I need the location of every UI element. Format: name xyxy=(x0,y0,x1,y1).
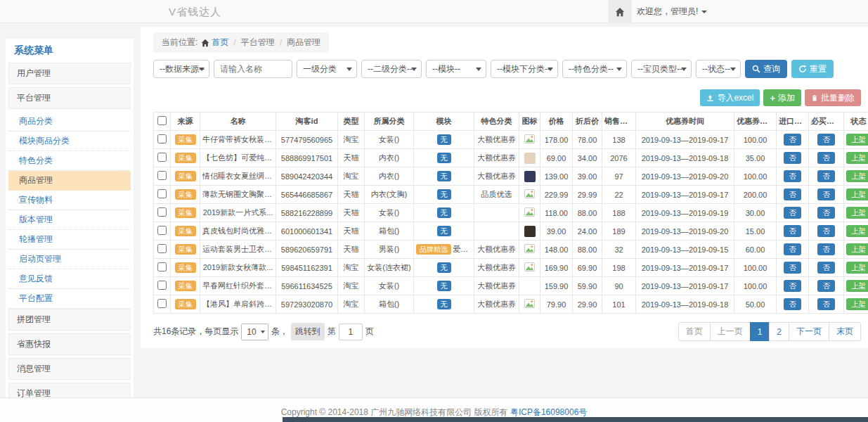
import-pick-toggle[interactable]: 否 xyxy=(784,225,801,238)
row-checkbox[interactable] xyxy=(157,171,167,180)
search-icon xyxy=(752,65,760,73)
cell-checkbox xyxy=(154,204,171,222)
import-excel-button[interactable]: 导入excel xyxy=(700,89,760,106)
row-checkbox[interactable] xyxy=(157,207,167,217)
import-pick-toggle[interactable]: 否 xyxy=(784,243,801,256)
filter-data-source-select[interactable]: --数据来源-- xyxy=(153,60,209,78)
sidebar-item-特色分类[interactable]: 特色分类 xyxy=(8,151,131,171)
filter-item-type-select[interactable]: --宝贝类型-- xyxy=(631,60,692,78)
must-buy-toggle[interactable]: 否 xyxy=(817,225,835,238)
cell-name: 早春网红针织外套女春... xyxy=(200,277,276,295)
batch-delete-button[interactable]: 批量删除 xyxy=(805,89,861,106)
must-buy-toggle[interactable]: 否 xyxy=(817,262,835,274)
sidebar-item-平台管理[interactable]: 平台管理 xyxy=(8,87,131,109)
jump-to-button[interactable]: 跳转到 xyxy=(291,323,325,340)
sidebar-item-用户管理[interactable]: 用户管理 xyxy=(8,63,131,84)
status-button[interactable]: 上架 xyxy=(846,207,868,219)
filter-status-select[interactable]: --状态-- xyxy=(696,60,741,78)
home-button[interactable] xyxy=(608,0,632,23)
status-button[interactable]: 上架 xyxy=(846,152,868,165)
cell-category: 男装() xyxy=(365,241,414,259)
cell-coupon-amount: 30.00 xyxy=(734,204,777,222)
must-buy-toggle[interactable]: 否 xyxy=(817,134,835,146)
must-buy-toggle[interactable]: 否 xyxy=(817,280,835,293)
page-size-select[interactable]: 10 xyxy=(241,324,268,340)
cell-status: 上架 xyxy=(844,149,868,167)
status-button[interactable]: 上架 xyxy=(846,243,868,256)
icp-link[interactable]: 粤ICP备16098006号 xyxy=(510,407,587,417)
import-pick-toggle[interactable]: 否 xyxy=(784,170,801,183)
sidebar-item-平台配置[interactable]: 平台配置 xyxy=(8,289,131,309)
status-button[interactable]: 上架 xyxy=(846,225,868,238)
row-checkbox[interactable] xyxy=(157,244,167,253)
status-button[interactable]: 上架 xyxy=(846,170,868,183)
cell-price: 148.00 xyxy=(540,241,573,259)
filter-feature-category-select[interactable]: --特色分类-- xyxy=(562,60,627,78)
must-buy-toggle[interactable]: 否 xyxy=(817,152,835,165)
status-button[interactable]: 上架 xyxy=(846,298,868,311)
page-number-input[interactable] xyxy=(339,324,363,340)
cell-type: 天猫 xyxy=(338,204,365,222)
sidebar-item-轮播管理[interactable]: 轮播管理 xyxy=(8,230,131,250)
sidebar-item-消息管理[interactable]: 消息管理 xyxy=(8,358,131,380)
sidebar-item-商品分类[interactable]: 商品分类 xyxy=(8,112,131,132)
sidebar-item-商品管理[interactable]: 商品管理 xyxy=(8,171,131,191)
page-button-下一页[interactable]: 下一页 xyxy=(789,322,829,341)
page-button-首页[interactable]: 首页 xyxy=(678,322,711,341)
page-button-1[interactable]: 1 xyxy=(750,322,770,341)
status-button[interactable]: 上架 xyxy=(846,262,868,274)
status-button[interactable]: 上架 xyxy=(846,188,868,201)
cell-feature: 品质优选 xyxy=(474,186,519,204)
cell-icon xyxy=(519,149,540,167)
search-button[interactable]: 查询 xyxy=(745,60,787,78)
must-buy-toggle[interactable]: 否 xyxy=(817,170,835,183)
import-pick-toggle[interactable]: 否 xyxy=(784,152,801,165)
filter-module-select[interactable]: --模块-- xyxy=(426,60,486,78)
sidebar-item-宣传物料[interactable]: 宣传物料 xyxy=(8,191,131,210)
sidebar-item-拼团管理[interactable]: 拼团管理 xyxy=(8,309,131,331)
sidebar-item-模块商品分类[interactable]: 模块商品分类 xyxy=(8,132,131,151)
import-pick-toggle[interactable]: 否 xyxy=(784,280,801,293)
filter-level2-category-select[interactable]: --二级分类-- xyxy=(361,60,422,78)
row-checkbox[interactable] xyxy=(157,153,167,162)
page-button-上一页[interactable]: 上一页 xyxy=(710,322,751,341)
cell-sales: 32 xyxy=(602,241,636,259)
row-checkbox[interactable] xyxy=(157,299,167,308)
sidebar-item-意见反馈[interactable]: 意见反馈 xyxy=(8,269,131,289)
add-button[interactable]: + 添加 xyxy=(763,89,801,106)
page-button-末页[interactable]: 末页 xyxy=(829,322,861,341)
import-pick-toggle[interactable]: 否 xyxy=(784,262,801,274)
filter-module-sub-select[interactable]: --模块下分类-- xyxy=(491,60,558,78)
product-thumbnail xyxy=(524,226,536,237)
breadcrumb-home-link[interactable]: 首页 xyxy=(201,37,228,49)
must-buy-toggle[interactable]: 否 xyxy=(817,207,835,219)
filter-level1-category-select[interactable]: 一级分类 xyxy=(297,60,357,78)
sidebar-item-省惠快报[interactable]: 省惠快报 xyxy=(8,333,131,355)
row-checkbox[interactable] xyxy=(157,281,167,290)
user-menu[interactable]: 欢迎您，管理员! xyxy=(637,0,707,23)
import-pick-toggle[interactable]: 否 xyxy=(784,298,801,311)
name-search-input[interactable] xyxy=(214,60,292,78)
cell-sales: 198 xyxy=(602,259,636,277)
must-buy-toggle[interactable]: 否 xyxy=(817,188,835,201)
cell-feature xyxy=(474,204,519,222)
column-header-折后价: 折后价 xyxy=(573,113,602,131)
import-pick-toggle[interactable]: 否 xyxy=(784,207,801,219)
status-button[interactable]: 上架 xyxy=(846,134,868,146)
row-checkbox[interactable] xyxy=(157,262,167,271)
import-pick-toggle[interactable]: 否 xyxy=(784,134,801,146)
status-button[interactable]: 上架 xyxy=(846,280,868,293)
must-buy-toggle[interactable]: 否 xyxy=(817,298,835,311)
row-checkbox[interactable] xyxy=(157,226,167,235)
sidebar-item-版本管理[interactable]: 版本管理 xyxy=(8,210,131,230)
import-pick-toggle[interactable]: 否 xyxy=(784,188,801,201)
sidebar-item-启动页管理[interactable]: 启动页管理 xyxy=(8,250,131,269)
reset-button[interactable]: 重置 xyxy=(791,60,834,78)
row-checkbox[interactable] xyxy=(157,134,167,143)
page-button-2[interactable]: 2 xyxy=(769,322,789,341)
cell-name: 薄款无钢圈文胸聚拢性... xyxy=(200,186,276,204)
column-header-来源: 来源 xyxy=(171,113,200,131)
select-all-checkbox[interactable] xyxy=(157,116,167,125)
must-buy-toggle[interactable]: 否 xyxy=(817,243,835,256)
row-checkbox[interactable] xyxy=(157,189,167,198)
